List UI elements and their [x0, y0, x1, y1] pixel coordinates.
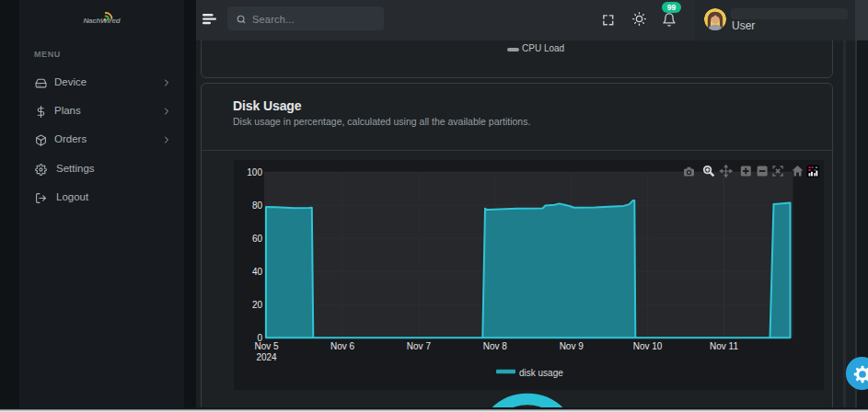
svg-text:disk usage: disk usage [519, 368, 563, 378]
svg-text:Nov 11: Nov 11 [710, 341, 738, 351]
svg-text:Nov 9: Nov 9 [559, 341, 584, 351]
svg-text:40: 40 [251, 267, 262, 277]
svg-text:Nov 5: Nov 5 [254, 341, 279, 351]
svg-text:100: 100 [247, 167, 262, 177]
svg-text:Nov 7: Nov 7 [406, 341, 431, 351]
svg-text:Nov 6: Nov 6 [330, 341, 354, 351]
svg-text:20: 20 [251, 300, 262, 310]
svg-text:Nov 10: Nov 10 [632, 341, 662, 351]
svg-text:2024: 2024 [256, 352, 277, 362]
svg-text:Nov 8: Nov 8 [482, 341, 507, 351]
svg-text:60: 60 [251, 234, 262, 244]
svg-text:80: 80 [251, 200, 262, 211]
